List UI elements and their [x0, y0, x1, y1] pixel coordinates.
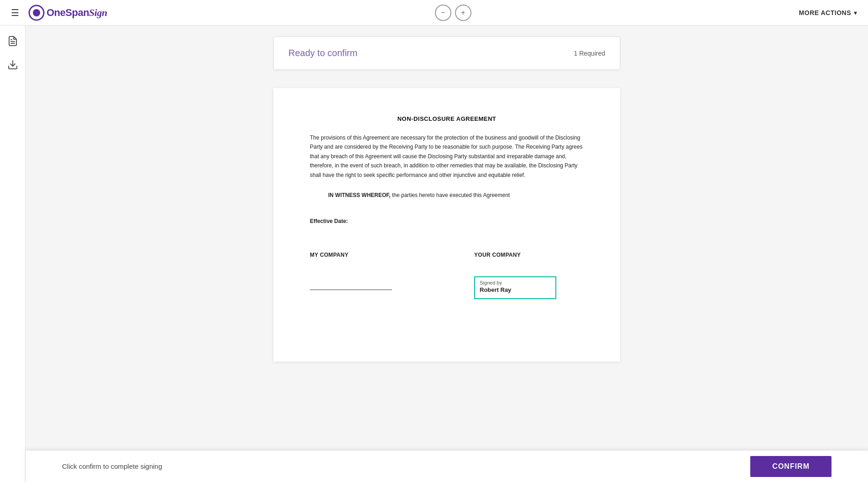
document-title: NON-DISCLOSURE AGREEMENT: [310, 115, 584, 122]
document-area: NON-DISCLOSURE AGREEMENT The provisions …: [273, 88, 620, 362]
ready-to-confirm-text: Ready to confirm: [288, 48, 357, 58]
signed-by-name: Robert Ray: [480, 286, 551, 293]
zoom-in-button[interactable]: +: [455, 5, 471, 21]
chevron-down-icon: ▾: [854, 9, 857, 16]
witness-bold: IN WITNESS WHEREOF,: [328, 192, 391, 198]
sidebar-download-icon[interactable]: [6, 58, 19, 71]
document-body-text: The provisions of this Agreement are nec…: [310, 133, 584, 180]
more-actions-button[interactable]: MORE ACTIONS ▾: [799, 9, 857, 16]
my-company-label: MY COMPANY: [310, 252, 419, 258]
sidebar: [0, 26, 26, 482]
more-actions-label: MORE ACTIONS: [799, 9, 851, 16]
your-company-label: YOUR COMPANY: [474, 252, 584, 258]
zoom-out-button[interactable]: −: [435, 5, 451, 21]
document-witness-text: IN WITNESS WHEREOF, the parties hereto h…: [310, 191, 584, 200]
confirm-message: Click confirm to complete signing: [62, 462, 162, 470]
required-badge: 1 Required: [574, 50, 606, 57]
confirm-button[interactable]: CONFIRM: [750, 456, 831, 477]
top-bar: ☰ OneSpanSign − + MORE ACTIONS ▾: [0, 0, 868, 26]
my-company-col: MY COMPANY: [310, 252, 419, 290]
confirm-bar: Click confirm to complete signing CONFIR…: [26, 450, 868, 482]
logo: OneSpanSign: [28, 5, 107, 21]
logo-sign: Sign: [89, 7, 107, 18]
sidebar-document-icon[interactable]: [6, 35, 19, 47]
my-company-sig-line: [310, 276, 392, 290]
zoom-controls: − +: [435, 5, 471, 21]
effective-date-label: Effective Date:: [310, 218, 584, 224]
signed-by-label: Signed by: [480, 280, 551, 285]
logo-text: OneSpanSign: [47, 7, 107, 19]
main-content: Ready to confirm 1 Required NON-DISCLOSU…: [26, 26, 868, 482]
your-company-col: YOUR COMPANY Signed by Robert Ray: [474, 252, 584, 299]
hamburger-menu-icon[interactable]: ☰: [11, 7, 19, 18]
signature-row: MY COMPANY YOUR COMPANY Signed by Robert…: [310, 252, 584, 299]
onespan-logo-icon: [28, 5, 45, 21]
ready-banner: Ready to confirm 1 Required: [273, 36, 620, 70]
svg-point-1: [33, 9, 40, 16]
top-bar-left: ☰ OneSpanSign: [11, 5, 107, 21]
witness-rest: the parties hereto have executed this Ag…: [391, 192, 510, 198]
signed-by-box[interactable]: Signed by Robert Ray: [474, 276, 556, 299]
